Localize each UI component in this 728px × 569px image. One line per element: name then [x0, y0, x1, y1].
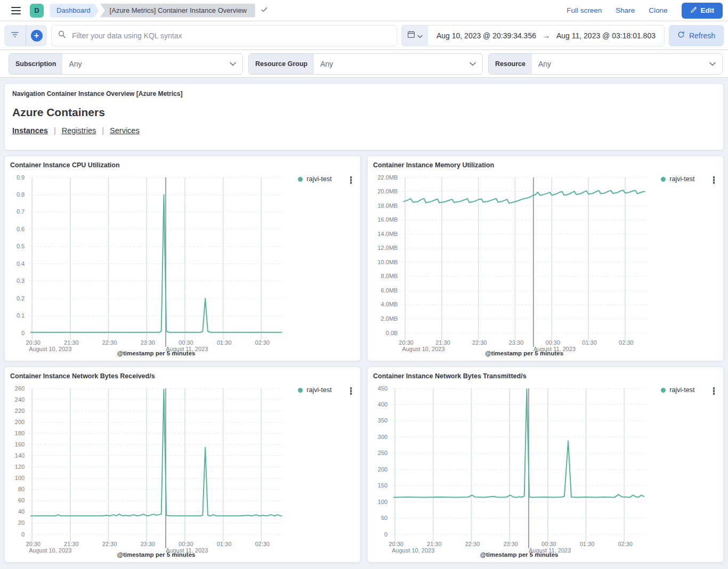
- svg-text:0.1: 0.1: [17, 312, 25, 319]
- menu-icon[interactable]: [5, 0, 27, 21]
- svg-text:400: 400: [378, 401, 387, 408]
- space-avatar[interactable]: D: [30, 4, 44, 18]
- resource-group-select[interactable]: Resource Group Any: [248, 53, 483, 75]
- panel-options-icon[interactable]: [711, 386, 717, 396]
- svg-text:250: 250: [378, 450, 387, 456]
- chart-canvas-received[interactable]: 02040608010012014016018020022024026020:3…: [10, 382, 287, 560]
- svg-text:20:30: 20:30: [26, 541, 41, 547]
- chevron-down-icon: [417, 31, 423, 40]
- svg-text:02:30: 02:30: [618, 541, 633, 547]
- navigation-panel: Navigation Container Instance Overview […: [4, 83, 724, 150]
- svg-text:01:30: 01:30: [582, 339, 597, 346]
- filter-icon: [11, 31, 19, 40]
- nav-link-services[interactable]: Services: [110, 126, 140, 135]
- chart-title: Container Instance Memory Utilization: [373, 160, 718, 171]
- legend-item[interactable]: rajvi-test: [298, 386, 331, 394]
- svg-text:August 10, 2023: August 10, 2023: [29, 346, 71, 352]
- resource-group-label: Resource Group: [249, 54, 314, 74]
- svg-text:0.6: 0.6: [17, 226, 25, 232]
- svg-text:22:30: 22:30: [102, 339, 117, 346]
- svg-text:150: 150: [378, 482, 387, 489]
- panel-options-icon[interactable]: [348, 175, 354, 185]
- svg-text:02:30: 02:30: [619, 339, 634, 346]
- svg-text:140: 140: [15, 452, 25, 459]
- svg-text:0.4: 0.4: [17, 261, 25, 267]
- chart-canvas-memory[interactable]: 0.0B2.0MB4.0MB6.0MB8.0MB10.0MB12.0MB14.0…: [373, 171, 650, 359]
- check-icon[interactable]: [261, 6, 268, 15]
- dashboard-controls: Subscription Any Resource Group Any Reso…: [0, 50, 728, 78]
- svg-text:21:30: 21:30: [64, 339, 79, 346]
- svg-text:0.7: 0.7: [17, 208, 25, 215]
- kql-search-box[interactable]: [51, 25, 397, 46]
- chart-canvas-cpu[interactable]: 00.10.20.30.40.50.60.70.80.920:3021:3022…: [10, 171, 287, 359]
- date-start-button[interactable]: Aug 10, 2023 @ 20:39:34.356: [436, 31, 536, 40]
- svg-text:00:30: 00:30: [541, 541, 556, 547]
- svg-text:0.2: 0.2: [17, 295, 25, 302]
- panel-network-received: Container Instance Network Bytes Receive…: [4, 367, 361, 563]
- svg-text:@timestamp per 5 minutes: @timestamp per 5 minutes: [117, 350, 196, 356]
- full-screen-link[interactable]: Full screen: [567, 6, 602, 14]
- resource-select[interactable]: Resource Any: [488, 53, 723, 75]
- svg-text:01:30: 01:30: [580, 541, 595, 547]
- svg-text:August 10, 2023: August 10, 2023: [402, 346, 444, 352]
- svg-text:20:30: 20:30: [399, 339, 414, 346]
- legend-item[interactable]: rajvi-test: [661, 175, 694, 183]
- svg-text:0.0B: 0.0B: [386, 330, 398, 336]
- refresh-icon: [677, 31, 685, 40]
- add-filter-button[interactable]: +: [26, 25, 47, 46]
- calendar-icon: [407, 30, 415, 40]
- clone-link[interactable]: Clone: [649, 6, 667, 14]
- breadcrumb-dashboard[interactable]: Dashboard: [50, 4, 99, 18]
- plus-icon: +: [31, 30, 43, 42]
- svg-text:August 10, 2023: August 10, 2023: [392, 547, 434, 554]
- svg-text:12.0MB: 12.0MB: [377, 245, 398, 251]
- subscription-select[interactable]: Subscription Any: [9, 53, 243, 75]
- svg-text:220: 220: [15, 408, 25, 414]
- nav-link-registries[interactable]: Registries: [62, 126, 96, 135]
- date-quick-select-button[interactable]: [402, 26, 428, 46]
- date-end-button[interactable]: Aug 11, 2023 @ 03:18:01.803: [556, 31, 656, 40]
- svg-text:120: 120: [15, 464, 25, 470]
- svg-text:0.9: 0.9: [17, 174, 25, 181]
- svg-text:4.0MB: 4.0MB: [381, 301, 398, 307]
- svg-text:50: 50: [381, 515, 387, 521]
- edit-button[interactable]: Edit: [682, 3, 723, 19]
- breadcrumb-current-dashboard[interactable]: [Azure Metrics] Container Instance Overv…: [100, 4, 255, 18]
- chevron-down-icon: [703, 62, 722, 66]
- svg-text:00:30: 00:30: [179, 541, 193, 547]
- chevron-down-icon: [463, 62, 482, 66]
- svg-text:22:30: 22:30: [465, 541, 480, 547]
- svg-text:@timestamp per 5 minutes: @timestamp per 5 minutes: [117, 551, 196, 558]
- chart-canvas-transmitted[interactable]: 05010015020025030035040045020:3021:3022:…: [373, 382, 650, 560]
- saved-query-filter-button[interactable]: [4, 25, 26, 46]
- share-link[interactable]: Share: [616, 6, 635, 14]
- panel-options-icon[interactable]: [348, 386, 354, 396]
- nav-link-instances[interactable]: Instances: [12, 126, 48, 135]
- legend-item[interactable]: rajvi-test: [661, 386, 694, 394]
- svg-text:200: 200: [378, 466, 387, 473]
- svg-text:0.8: 0.8: [17, 191, 25, 198]
- page-title: Azure Containers: [12, 106, 716, 119]
- svg-text:20:30: 20:30: [389, 541, 403, 547]
- svg-text:00:30: 00:30: [179, 339, 193, 346]
- svg-text:23:30: 23:30: [140, 541, 155, 547]
- svg-text:August 10, 2023: August 10, 2023: [29, 547, 71, 554]
- refresh-button[interactable]: Refresh: [669, 25, 724, 46]
- kql-search-input[interactable]: [71, 31, 390, 40]
- svg-text:0: 0: [21, 531, 25, 538]
- svg-text:21:30: 21:30: [427, 541, 442, 547]
- panel-options-icon[interactable]: [711, 175, 717, 185]
- resource-group-value: Any: [314, 60, 463, 68]
- chart-title: Container Instance Network Bytes Receive…: [10, 371, 355, 382]
- svg-text:6.0MB: 6.0MB: [381, 287, 398, 294]
- svg-text:80: 80: [18, 486, 25, 492]
- svg-text:01:30: 01:30: [217, 339, 232, 346]
- svg-text:60: 60: [18, 497, 25, 503]
- chart-title: Container Instance CPU Utilization: [10, 160, 355, 171]
- svg-text:22:30: 22:30: [472, 339, 487, 346]
- svg-text:20: 20: [18, 519, 25, 526]
- svg-text:8.0MB: 8.0MB: [381, 273, 398, 279]
- svg-text:01:30: 01:30: [217, 541, 232, 547]
- legend-item[interactable]: rajvi-test: [298, 175, 331, 183]
- query-bar: + Aug 10, 2023 @ 20:39:34.356 → Aug 11, …: [0, 21, 728, 50]
